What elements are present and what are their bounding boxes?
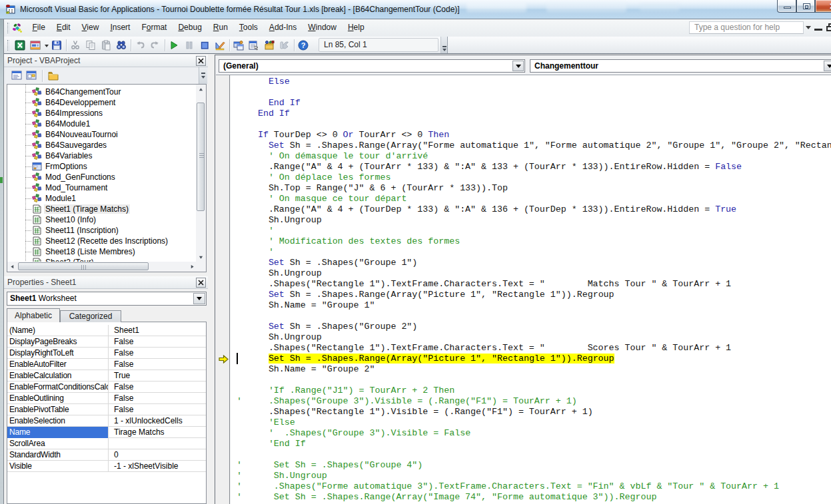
insert-userform-button[interactable] — [28, 38, 43, 53]
procedure-dropdown[interactable]: Changementtour — [530, 59, 831, 73]
property-row[interactable]: Visible-1 - xlSheetVisible — [7, 461, 206, 472]
properties-window-button[interactable] — [247, 38, 261, 53]
maximize-window-button[interactable] — [796, 0, 815, 13]
tab-categorized[interactable]: Categorized — [60, 310, 121, 322]
tab-alphabetic[interactable]: Alphabetic — [7, 308, 60, 322]
tree-item[interactable]: B64NouveauTournoi — [7, 129, 194, 140]
tree-item[interactable]: B64Variables — [7, 150, 194, 161]
tree-item[interactable]: Mod_Tournament — [7, 182, 194, 193]
tree-item[interactable]: Sheet11 (Inscription) — [7, 225, 194, 236]
toolbar-overflow-button[interactable] — [440, 37, 448, 53]
property-row[interactable]: (Name)Sheet1 — [7, 325, 206, 336]
help-search-input[interactable]: Type a question for help — [689, 21, 804, 34]
menu-format[interactable]: Format — [136, 19, 173, 37]
code-margin-indicator-bar[interactable] — [216, 75, 230, 504]
properties-panel-header[interactable]: Properties - Sheet1 — [4, 276, 208, 289]
tree-item[interactable]: B64ChangementTour — [7, 87, 194, 97]
tree-item[interactable]: B64Impressions — [7, 108, 194, 119]
tree-item[interactable]: FrmOptions — [7, 161, 194, 172]
tree-item[interactable]: Sheet12 (Recette des Inscriptions) — [7, 236, 194, 246]
property-row[interactable]: EnablePivotTableFalse — [7, 404, 206, 415]
property-row[interactable]: EnableFormatConditionsCalculaFalse — [7, 381, 206, 393]
toolbar-grip[interactable] — [7, 40, 9, 51]
tree-item-label: Sheet12 (Recette des Inscriptions) — [44, 236, 169, 246]
tree-item[interactable]: Mod_GenFunctions — [7, 172, 194, 182]
help-search-dropdown-icon[interactable] — [806, 26, 811, 32]
object-browser-button[interactable] — [262, 38, 277, 53]
toggle-folders-button[interactable] — [46, 69, 61, 83]
property-row[interactable]: EnableOutliningFalse — [7, 393, 206, 404]
save-button[interactable] — [49, 38, 64, 53]
tree-item[interactable]: B64Developpement — [7, 97, 194, 108]
code-editor-area[interactable]: Else End If End If If TourDep <> 0 Or To… — [231, 75, 831, 504]
property-row[interactable]: DisplayRightToLeftFalse — [7, 348, 206, 359]
menu-file[interactable]: File — [27, 19, 51, 37]
properties-panel-close-button[interactable] — [196, 278, 206, 288]
view-code-button[interactable] — [9, 69, 24, 83]
view-microsoft-excel-button[interactable] — [13, 38, 27, 53]
menu-view[interactable]: View — [76, 19, 105, 37]
menu-addins[interactable]: Add-Ins — [263, 19, 302, 37]
dropdown-arrow-icon[interactable] — [824, 61, 831, 71]
break-button[interactable] — [182, 38, 197, 53]
reset-button[interactable] — [197, 38, 212, 53]
toolbox-button[interactable] — [277, 38, 292, 53]
project-explorer-button[interactable] — [231, 38, 246, 53]
property-row[interactable]: EnableSelection1 - xlUnlockedCells — [7, 415, 206, 427]
view-object-button[interactable] — [24, 69, 39, 83]
dropdown-arrow-icon[interactable] — [193, 293, 205, 304]
property-row[interactable]: NameTirage Matchs — [7, 427, 206, 438]
menu-debug[interactable]: Debug — [173, 19, 207, 37]
project-tree-vertical-scrollbar[interactable] — [196, 85, 206, 262]
project-panel-header[interactable]: Project - VBAProject — [4, 55, 208, 67]
panel-toolbar-overflow[interactable] — [199, 67, 207, 84]
property-row[interactable]: StandardWidth0 — [7, 449, 206, 461]
scroll-up-button[interactable] — [196, 85, 206, 95]
property-row[interactable]: EnableCalculationTrue — [7, 370, 206, 381]
menu-tools[interactable]: Tools — [233, 19, 263, 37]
property-row[interactable]: DisplayPageBreaksFalse — [7, 336, 206, 348]
redo-button[interactable] — [148, 38, 163, 53]
tree-item[interactable]: Sheet10 (Info) — [7, 214, 194, 225]
paste-button[interactable] — [99, 38, 113, 53]
scroll-down-button[interactable] — [196, 252, 206, 262]
menu-insert[interactable]: Insert — [105, 19, 136, 37]
property-row[interactable]: ScrollArea — [7, 438, 206, 449]
tree-item[interactable]: B64Module1 — [7, 119, 194, 129]
toolbar-grip[interactable] — [7, 23, 9, 33]
find-button[interactable] — [114, 38, 129, 53]
scroll-left-button[interactable] — [7, 262, 17, 272]
save-icon — [51, 40, 62, 51]
tree-item[interactable]: B64Sauvegardes — [7, 140, 194, 150]
close-window-button[interactable]: ✕ — [815, 0, 831, 13]
child-restore-button[interactable] — [826, 23, 831, 32]
properties-object-dropdown[interactable]: Sheet1 Worksheet — [7, 292, 207, 306]
scrollbar-thumb[interactable] — [18, 262, 149, 270]
cut-button[interactable] — [68, 38, 83, 53]
dropdown-arrow-icon[interactable] — [512, 61, 524, 71]
object-dropdown[interactable]: (General) — [219, 59, 525, 73]
minimize-window-button[interactable] — [777, 0, 796, 13]
menu-run[interactable]: Run — [207, 19, 233, 37]
tree-item[interactable]: Sheet1 (Tirage Matchs) — [7, 204, 194, 214]
project-tree-horizontal-scrollbar[interactable] — [7, 262, 197, 272]
tree-item[interactable]: Sheet18 (Liste Membres) — [7, 246, 194, 257]
tree-item[interactable]: Module1 — [7, 193, 194, 204]
menu-edit[interactable]: Edit — [51, 19, 76, 37]
child-minimize-button[interactable] — [814, 29, 822, 31]
undo-button[interactable] — [133, 38, 147, 53]
properties-window-icon — [249, 40, 259, 51]
property-row[interactable]: EnableAutoFilterFalse — [7, 359, 206, 370]
menu-help[interactable]: Help — [342, 19, 370, 37]
code-window: (General) Changementtour Else End If End… — [215, 55, 831, 504]
design-mode-button[interactable] — [213, 38, 227, 53]
project-panel-close-button[interactable] — [196, 56, 206, 66]
tree-item-label: FrmOptions — [44, 162, 89, 171]
help-button[interactable]: ? — [296, 38, 311, 53]
menu-window[interactable]: Window — [303, 19, 343, 37]
copy-button[interactable] — [83, 38, 98, 53]
run-continue-button[interactable] — [167, 38, 181, 53]
code-line: ' — [237, 247, 831, 258]
insert-object-dropdown-icon[interactable] — [43, 38, 49, 53]
scrollbar-thumb[interactable] — [197, 103, 205, 211]
